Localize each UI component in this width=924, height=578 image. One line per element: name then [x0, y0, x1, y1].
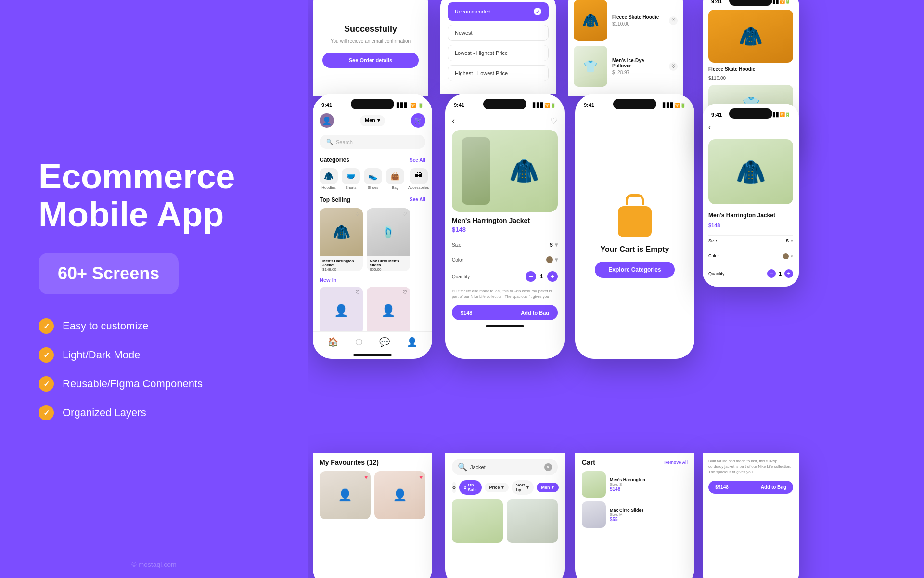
product-card-hoodie[interactable]: 🧥 Fleece Skate Hoodie $110.00 ♡ — [574, 0, 678, 41]
cart-title: Cart — [582, 459, 595, 466]
fav-heart-1[interactable]: ♥ — [364, 474, 368, 481]
phone-favourites: My Favourites (12) 👤 ♥ 👤 ♥ — [313, 453, 432, 578]
cat-shoes[interactable]: 👟 Shoes — [364, 168, 382, 190]
cart-item-1[interactable]: Men's Harrington Size: S $148 — [582, 471, 688, 498]
categories-see-all[interactable]: See All — [410, 158, 425, 163]
top-selling-row: 🧥 ♡ Men's Harrington Jacket $148.00 🩴 ♡ … — [313, 206, 432, 275]
fav-item-2[interactable]: 👤 ♥ — [374, 471, 425, 519]
phone-sort: Recommended Newest Lowest - Highest Pric… — [440, 0, 556, 94]
top-selling-see-all[interactable]: See All — [410, 197, 425, 202]
nav-home-icon[interactable]: 🏠 — [328, 337, 338, 347]
success-title: Successfully — [344, 24, 397, 34]
categories-row: 🧥 Hoodies 🩲 Shorts 👟 Shoes 👜 Bag — [313, 166, 432, 194]
phone-detail: 9:41 ▋▋▋🛜🔋 ‹ ♡ 🧥 Men's Harrington Jacket… — [445, 94, 565, 359]
pullover-heart-icon[interactable]: ♡ — [669, 62, 678, 71]
watermark: © mostaql.com — [131, 561, 177, 568]
cat-accessories[interactable]: 🕶 Accessories — [408, 168, 429, 190]
sort-recommended[interactable]: Recommended — [448, 2, 549, 21]
men-selector[interactable]: Men ▾ — [360, 115, 385, 126]
back-button[interactable]: ‹ — [452, 116, 455, 126]
product-card-pullover[interactable]: 👕 Men's Ice-Dye Pullover $128.97 ♡ — [574, 46, 678, 87]
cart-item-size-2: Size: M — [610, 512, 688, 517]
product-heart-2[interactable]: ♡ — [402, 211, 407, 217]
quantity-decrease-button[interactable]: − — [526, 271, 536, 282]
filter-on-sale[interactable]: 2On Sale — [459, 480, 482, 495]
detail-product-price: $148 — [445, 226, 565, 237]
cat-bag[interactable]: 👜 Bag — [386, 168, 404, 190]
filter-men[interactable]: Men ▾ — [537, 483, 559, 492]
search-icon-screen: 🔍 — [458, 462, 467, 472]
favourite-button[interactable]: ♡ — [550, 116, 558, 126]
feature-item-2: Light/Dark Mode — [38, 347, 270, 363]
quantity-row: Quantity − 1 + — [445, 267, 565, 286]
home-search-bar[interactable]: 🔍 Search — [320, 135, 425, 149]
hero-title: Ecommerce Mobile App — [38, 158, 270, 234]
categories-title: Categories — [320, 157, 349, 163]
empty-cart-icon — [613, 194, 656, 237]
remove-all-button[interactable]: Remove All — [664, 460, 688, 465]
search-query[interactable]: Jacket — [470, 464, 541, 470]
fav-item-1[interactable]: 👤 ♥ — [320, 471, 371, 519]
phone-cart-empty: 9:41 ▋▋▋🛜🔋 Your Cart is Empty Explore Ca… — [575, 94, 694, 359]
search-bar[interactable]: 🔍 Jacket ✕ — [452, 459, 558, 475]
color-chevron-icon: ▾ — [555, 256, 558, 263]
sort-newest[interactable]: Newest — [448, 25, 549, 41]
nav-heart-icon[interactable]: ⬡ — [355, 337, 363, 347]
sort-lowest-highest[interactable]: Lowest - Highest Price — [448, 45, 549, 61]
cart-item-2[interactable]: Max Cirro Slides Size: M $55 — [582, 501, 688, 528]
search-clear-button[interactable]: ✕ — [544, 463, 552, 471]
product-heart-1[interactable]: ♡ — [355, 211, 360, 217]
nav-profile-icon[interactable]: 👤 — [407, 337, 417, 347]
explore-categories-button[interactable]: Explore Categories — [595, 262, 674, 278]
product-heart-new-1[interactable]: ♡ — [355, 289, 360, 296]
back-icon-far-mid[interactable]: ‹ — [708, 123, 711, 131]
filter-price[interactable]: Price ▾ — [485, 483, 509, 492]
product-heart-new-2[interactable]: ♡ — [402, 289, 407, 296]
left-panel: Ecommerce Mobile App 60+ Screens Easy to… — [0, 0, 308, 578]
banner-product-name-1: Fleece Skate Hoodie — [708, 66, 793, 72]
fav-heart-2[interactable]: ♥ — [419, 474, 423, 481]
screens-badge: 60+ Screens — [38, 253, 179, 294]
notch — [351, 99, 394, 109]
accessories-cat-icon: 🕶 — [410, 168, 428, 184]
success-subtitle: You will recieve an email confirmation — [331, 38, 411, 45]
phone-search: 🔍 Jacket ✕ ⚙ 2On Sale Price ▾ Sort by — [445, 453, 565, 578]
add-to-bag-button[interactable]: $148 Add to Bag — [452, 305, 558, 320]
banner-product-1[interactable]: 🧥 — [708, 10, 793, 63]
top-selling-title: Top Selling — [320, 197, 350, 203]
filter-bar: ⚙ 2On Sale Price ▾ Sort by ▾ Men ▾ — [452, 480, 558, 495]
desc-text-far: Built for life and made to last, this fu… — [708, 459, 793, 475]
add-bag-far[interactable]: $5148 Add to Bag — [708, 481, 793, 494]
quantity-control: − 1 + — [526, 271, 558, 282]
size-row: Size S ▾ — [445, 237, 565, 252]
see-order-button[interactable]: See Order details — [322, 53, 419, 68]
new-product-1[interactable]: ♡ 👤 — [320, 287, 363, 332]
qty-dec-far[interactable]: − — [767, 269, 776, 278]
search-result-2[interactable] — [507, 499, 558, 543]
check-icon-2 — [38, 347, 54, 363]
nav-bag-icon[interactable]: 💬 — [379, 337, 390, 347]
hoodie-heart-icon[interactable]: ♡ — [669, 16, 678, 25]
qty-inc-far[interactable]: + — [784, 269, 793, 278]
quantity-increase-button[interactable]: + — [547, 271, 558, 282]
cart-item-image-2 — [582, 501, 606, 528]
filter-icon[interactable]: ⚙ — [452, 482, 456, 493]
detail-price-far: $148 — [708, 223, 793, 228]
search-result-1[interactable] — [452, 499, 503, 543]
notch-cart — [613, 99, 656, 109]
color-row: Color ▾ — [445, 252, 565, 267]
product-card-1[interactable]: 🧥 ♡ Men's Harrington Jacket $148.00 — [320, 208, 363, 271]
cart-item-image-1 — [582, 471, 606, 498]
quantity-value: 1 — [540, 273, 543, 280]
product-card-2[interactable]: 🩴 ♡ Max Cirro Men's Slides $55.00 $100.9… — [367, 208, 410, 271]
bag-cat-icon: 👜 — [386, 168, 404, 184]
user-avatar[interactable]: 👤 — [320, 113, 334, 128]
cat-hoodies[interactable]: 🧥 Hoodies — [320, 168, 338, 190]
color-swatch[interactable] — [546, 256, 553, 263]
cart-icon-button[interactable]: 🛒 — [411, 113, 425, 128]
new-product-2[interactable]: ♡ 👤 — [367, 287, 410, 332]
sort-highest-lowest[interactable]: Highest - Lowest Price — [448, 65, 549, 81]
empty-cart-title: Your Cart is Empty — [601, 245, 669, 254]
filter-sort-by[interactable]: Sort by ▾ — [512, 480, 534, 495]
cat-shorts[interactable]: 🩲 Shorts — [342, 168, 360, 190]
